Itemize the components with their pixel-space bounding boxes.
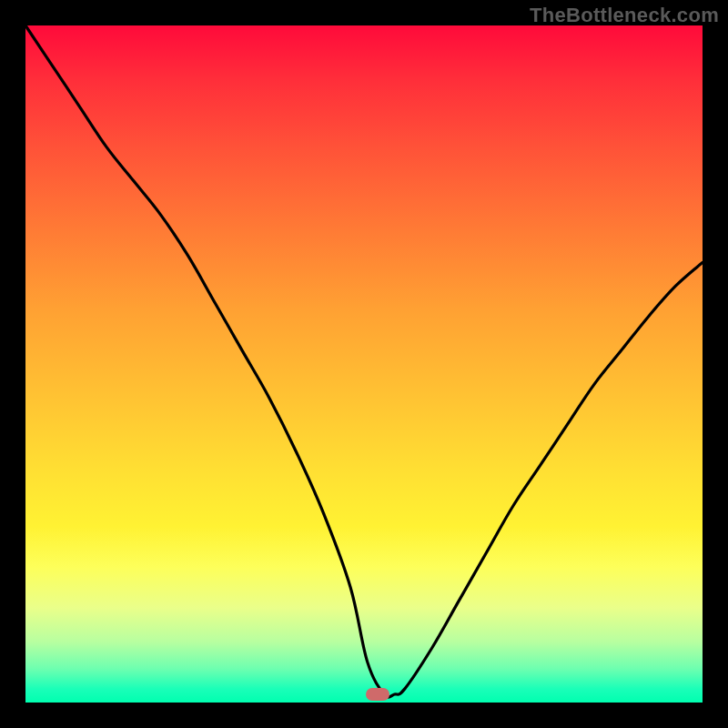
- curve-svg: [25, 25, 703, 703]
- min-marker: [366, 688, 389, 701]
- plot-area: [25, 25, 703, 703]
- chart-stage: TheBottleneck.com: [0, 0, 728, 728]
- bottleneck-curve: [25, 25, 703, 697]
- watermark-text: TheBottleneck.com: [530, 4, 719, 27]
